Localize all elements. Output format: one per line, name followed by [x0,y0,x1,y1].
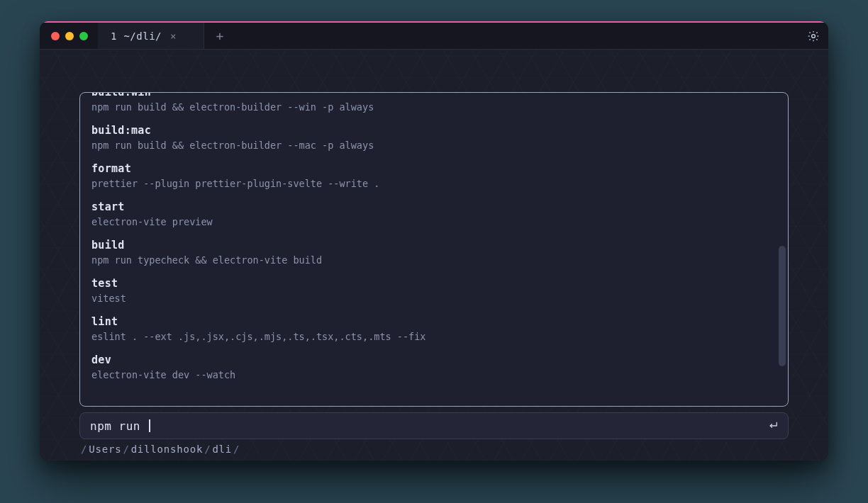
suggestion-name: format [91,162,777,175]
suggestion-command: npm run typecheck && electron-vite build [91,254,777,266]
tab-title: ~/dli/ [123,30,162,42]
text-caret [149,419,150,432]
suggestion-item[interactable]: startelectron-vite preview [91,200,777,227]
cwd-path: /Users/dillonshook/dli/ [79,443,789,455]
svg-point-0 [812,34,816,38]
plus-icon: + [216,28,224,43]
suggestion-name: build:mac [91,124,777,137]
suggestion-command: npm run build && electron-builder --mac … [91,140,777,151]
enter-icon [767,419,779,432]
terminal-body: build:winnpm run build && electron-build… [40,50,828,460]
suggestion-item[interactable]: build:macnpm run build && electron-build… [91,124,777,151]
command-input[interactable]: npm run [79,412,789,439]
tab-1[interactable]: 1 ~/dli/ × [98,23,204,49]
terminal-window: 1 ~/dli/ × + build:winnpm run build && e… [40,21,828,460]
path-segment[interactable]: Users [89,443,121,455]
suggestion-name: test [91,277,777,290]
path-separator: / [79,443,89,455]
new-tab-button[interactable]: + [204,23,235,49]
suggestions-panel: build:winnpm run build && electron-build… [79,92,789,407]
suggestion-command: vitest [91,293,777,304]
path-separator: / [232,443,241,455]
suggestion-item[interactable]: build:winnpm run build && electron-build… [91,93,777,113]
suggestion-item[interactable]: buildnpm run typecheck && electron-vite … [91,239,777,266]
scrollbar-track [779,97,786,402]
suggestion-name: start [91,200,777,213]
settings-button[interactable] [807,30,820,43]
suggestion-item[interactable]: testvitest [91,277,777,304]
tab-index: 1 [111,30,116,42]
suggestion-name: dev [91,354,777,366]
scrollbar-thumb[interactable] [779,246,786,366]
tab-bar: 1 ~/dli/ × + [40,21,828,50]
suggestion-command: npm run build && electron-builder --win … [91,101,777,113]
zoom-window-button[interactable] [79,32,88,40]
path-segment[interactable]: dillonshook [131,443,204,455]
suggestion-name: build:win [91,93,777,98]
suggestion-command: electron-vite dev --watch [91,369,777,380]
gear-icon [807,30,820,43]
minimize-window-button[interactable] [65,32,74,40]
path-separator: / [203,443,212,455]
suggestion-item[interactable]: formatprettier --plugin prettier-plugin-… [91,162,777,189]
close-window-button[interactable] [51,32,60,40]
command-input-text: npm run [90,419,767,433]
suggestion-item[interactable]: develectron-vite dev --watch [91,354,777,380]
suggestion-command: prettier --plugin prettier-plugin-svelte… [91,178,777,189]
suggestion-item[interactable]: linteslint . --ext .js,.jsx,.cjs,.mjs,.t… [91,315,777,342]
suggestion-name: lint [91,315,777,328]
suggestion-command: electron-vite preview [91,216,777,227]
window-controls [40,23,98,49]
path-separator: / [121,443,130,455]
suggestions-list[interactable]: build:winnpm run build && electron-build… [80,93,788,406]
suggestion-name: build [91,239,777,252]
close-tab-icon[interactable]: × [169,30,177,42]
suggestion-command: eslint . --ext .js,.jsx,.cjs,.mjs,.ts,.t… [91,331,777,342]
path-segment[interactable]: dli [212,443,232,455]
